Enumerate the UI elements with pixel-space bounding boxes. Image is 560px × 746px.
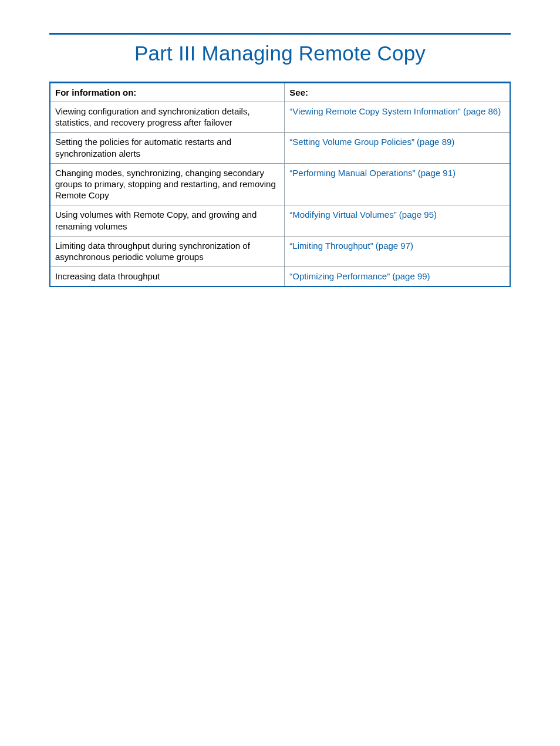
cross-ref-link[interactable]: “Modifying Virtual Volumes” (page 95) (289, 210, 437, 220)
cross-ref-link[interactable]: “Limiting Throughput” (page 97) (289, 241, 413, 251)
table-cell-see: “Limiting Throughput” (page 97) (285, 236, 510, 266)
page-title: Part III Managing Remote Copy (49, 42, 511, 65)
cross-ref-link[interactable]: “Viewing Remote Copy System Information”… (289, 106, 501, 116)
table-row: Changing modes, synchronizing, changing … (50, 163, 510, 205)
top-rule (49, 33, 511, 35)
table-row: Limiting data throughput during synchron… (50, 236, 510, 266)
table-row: Using volumes with Remote Copy, and grow… (50, 205, 510, 236)
table-cell-info: Increasing data throughput (50, 267, 285, 287)
table-cell-see: “Setting Volume Group Policies” (page 89… (285, 133, 510, 163)
table-cell-see: “Modifying Virtual Volumes” (page 95) (285, 205, 510, 236)
table-row: Increasing data throughput “Optimizing P… (50, 267, 510, 287)
table-cell-info: Limiting data throughput during synchron… (50, 236, 285, 266)
table-cell-info: Changing modes, synchronizing, changing … (50, 163, 285, 205)
table-header-info: For information on: (50, 83, 285, 102)
cross-ref-link[interactable]: “Setting Volume Group Policies” (page 89… (289, 137, 454, 147)
table-cell-info: Viewing configuration and synchronizatio… (50, 102, 285, 133)
table-cell-see: “Viewing Remote Copy System Information”… (285, 102, 510, 133)
cross-ref-link[interactable]: “Performing Manual Operations” (page 91) (289, 168, 456, 178)
cross-ref-link[interactable]: “Optimizing Performance” (page 99) (289, 271, 430, 281)
cross-reference-table: For information on: See: Viewing configu… (49, 82, 511, 287)
table-header-see: See: (285, 83, 510, 102)
table-row: Viewing configuration and synchronizatio… (50, 102, 510, 133)
table-cell-see: “Performing Manual Operations” (page 91) (285, 163, 510, 205)
table-row: Setting the policies for automatic resta… (50, 133, 510, 163)
table-cell-info: Setting the policies for automatic resta… (50, 133, 285, 163)
table-cell-info: Using volumes with Remote Copy, and grow… (50, 205, 285, 236)
table-cell-see: “Optimizing Performance” (page 99) (285, 267, 510, 287)
